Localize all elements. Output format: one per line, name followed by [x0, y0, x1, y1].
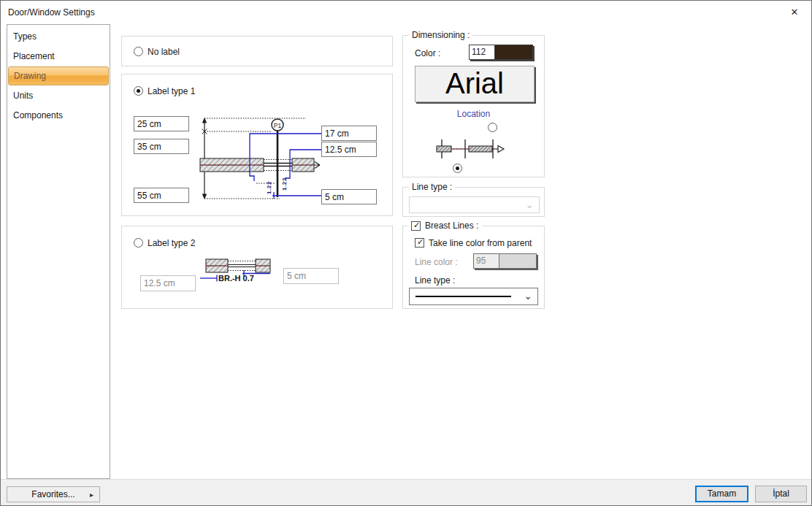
group-breast-lines: ✓ Breast Lines : ✓ Take line color from …	[402, 226, 545, 309]
take-line-color-label[interactable]: Take line color from parent	[429, 238, 532, 248]
diagram-dim-text-1: 1.22	[266, 181, 272, 194]
line-style-preview	[415, 296, 511, 297]
type2-input-right[interactable]	[283, 268, 339, 284]
line-color-label: Line color :	[415, 257, 458, 267]
dialog-footer: Favorites... ▸ Tamam İptal	[1, 479, 811, 506]
breast-lines-checkbox[interactable]: ✓	[411, 221, 421, 231]
check-icon: ✓	[415, 237, 425, 247]
dim-input-right-1[interactable]	[321, 126, 377, 141]
color-swatch[interactable]	[495, 45, 532, 59]
color-label: Color :	[415, 48, 440, 58]
window-title: Door/Window Settings	[8, 7, 95, 18]
label-type-1-radio[interactable]	[134, 86, 143, 96]
breast-line-type-select[interactable]: ⌄	[409, 288, 538, 305]
dimensioning-group-label: Dimensioning :	[409, 30, 472, 40]
take-line-color-checkbox[interactable]: ✓	[415, 238, 424, 248]
sidebar-item-units[interactable]: Units	[8, 86, 109, 106]
label-type-2-radio-label[interactable]: Label type 2	[148, 238, 195, 248]
chevron-down-icon: ⌄	[524, 290, 532, 302]
type2-diagram-text: BR.-H 0.7	[218, 274, 254, 283]
group-label-type-2: Label type 2 BR.-H 0.7	[121, 226, 393, 309]
diagram-point-label: P1	[274, 122, 282, 129]
color-number: 112	[470, 45, 495, 59]
ok-button[interactable]: Tamam	[695, 486, 748, 502]
breast-line-type-label: Line type :	[415, 275, 455, 285]
dim-input-right-2[interactable]	[321, 142, 377, 157]
label-type-2-radio[interactable]	[134, 238, 143, 248]
group-dimensioning: Dimensioning : Color : 112 Arial Locatio…	[402, 35, 545, 177]
sidebar-item-types[interactable]: Types	[8, 27, 109, 47]
location-below-radio[interactable]	[453, 164, 462, 173]
line-color-number: 95	[474, 254, 499, 268]
location-diagram	[434, 137, 510, 162]
no-label-radio[interactable]	[134, 47, 143, 56]
favorites-button[interactable]: Favorites... ▸	[7, 486, 100, 502]
group-label-type-1: Label type 1 P1	[121, 74, 393, 216]
dimension-color-picker[interactable]: 112	[469, 45, 533, 60]
group-line-type: Line type : ⌄	[402, 187, 545, 217]
diagram-dim-text-2: 1.22	[281, 177, 288, 191]
chevron-down-icon: ⌄	[525, 199, 534, 210]
dialog-door-window-settings: Door/Window Settings ✕ Types Placement D…	[0, 0, 812, 506]
label-type-1-radio-label[interactable]: Label type 1	[148, 86, 195, 96]
type2-input-left[interactable]	[140, 275, 196, 291]
dim-input-right-3[interactable]	[321, 189, 377, 204]
settings-nav: Types Placement Drawing Units Components	[7, 24, 110, 479]
font-button[interactable]: Arial	[415, 66, 535, 102]
sidebar-item-placement[interactable]: Placement	[8, 47, 109, 66]
breast-line-color-picker[interactable]: 95	[473, 253, 537, 269]
dim-input-left-2[interactable]	[134, 139, 189, 154]
dim-input-left-1[interactable]	[134, 116, 189, 131]
line-color-swatch[interactable]	[499, 254, 536, 268]
breast-lines-label[interactable]: Breast Lines :	[425, 221, 478, 231]
sidebar-item-components[interactable]: Components	[8, 106, 109, 126]
close-icon[interactable]: ✕	[785, 4, 804, 20]
breast-lines-header: ✓ Breast Lines :	[407, 221, 482, 231]
check-icon: ✓	[412, 221, 421, 230]
dimension-line-type-select[interactable]: ⌄	[409, 196, 540, 213]
no-label-radio-label[interactable]: No label	[148, 47, 180, 57]
cancel-button[interactable]: İptal	[755, 486, 807, 502]
dim-input-left-3[interactable]	[134, 188, 189, 203]
group-no-label: No label	[121, 36, 393, 66]
location-label: Location	[403, 109, 544, 119]
arrow-right-icon: ▸	[90, 487, 93, 503]
location-above-radio[interactable]	[488, 123, 497, 132]
line-type-group-label: Line type :	[409, 182, 455, 192]
label-type-2-diagram: BR.-H 0.7	[200, 254, 288, 285]
sidebar-item-drawing[interactable]: Drawing	[8, 66, 109, 85]
